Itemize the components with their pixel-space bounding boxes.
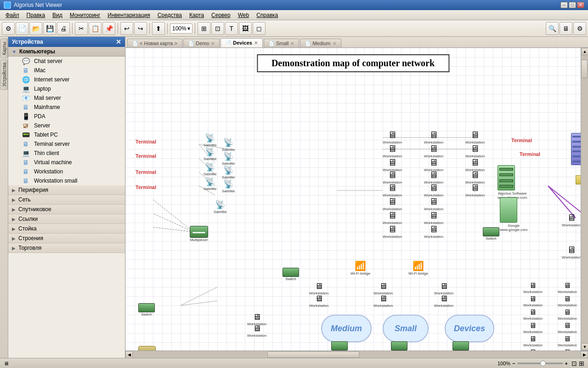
google-server[interactable]: Googlewww.google.com	[500, 197, 527, 232]
scroll-track[interactable]	[581, 55, 588, 343]
tree-category-buildings[interactable]: ▶ Строения	[8, 234, 125, 243]
satellite-4[interactable]: 📡 Satellite	[222, 151, 235, 166]
side-tab-devices[interactable]: Устройства	[0, 59, 8, 90]
rws-14[interactable]: 🖥Workstation	[551, 322, 581, 334]
tab-small[interactable]: 📄 Small ✕	[264, 39, 300, 47]
rws-13[interactable]: 🖥Workstation	[517, 322, 549, 334]
ws-18[interactable]: 🖥 Workstation	[383, 210, 402, 225]
ws-4[interactable]: 🖥 Workstation	[383, 144, 402, 158]
scroll-down-button[interactable]: ▼	[581, 343, 588, 351]
ws-lower-4[interactable]: 🖥 Workstation	[309, 294, 328, 308]
menu-help[interactable]: Справка	[253, 11, 282, 19]
switch-lower-mid[interactable]: Switch	[283, 268, 299, 281]
hscroll-left-button[interactable]: ◀	[125, 351, 133, 358]
cloud-small[interactable]: Small	[383, 315, 429, 342]
minimize-button[interactable]: ─	[560, 2, 568, 8]
satellite-5[interactable]: 📡 Satellite	[204, 162, 216, 176]
netdev-1[interactable]	[576, 175, 581, 184]
tree-category-trade[interactable]: ▶ Торговля	[8, 243, 125, 253]
wifi-bridge-1[interactable]: 📶 Wi-Fi bridge	[351, 260, 370, 276]
toolbar-fit[interactable]: ⊞	[198, 22, 210, 35]
menu-web[interactable]: Web	[234, 11, 253, 19]
zoom-plus-button[interactable]: +	[565, 361, 568, 366]
toolbar-shape[interactable]: ◻	[253, 22, 266, 35]
terminal-node-4[interactable]: Terminal	[136, 184, 156, 190]
sidebar-item-mail-server[interactable]: 📧 Mail server	[8, 93, 125, 103]
side-tab-map[interactable]: Карты	[0, 39, 8, 58]
toolbar-monitor[interactable]: 🖥	[560, 22, 572, 35]
switch-center[interactable]: Switch	[483, 227, 499, 241]
ws-21[interactable]: 🖥 Workstation	[424, 224, 443, 239]
sidebar-item-pda[interactable]: 📱 PDA	[8, 112, 125, 121]
satellite-2[interactable]: 📡 Satellite	[222, 138, 235, 152]
toolbar-config[interactable]: ⚙	[573, 22, 586, 35]
toolbar-cut[interactable]: ✂	[75, 22, 88, 35]
sidebar-item-virtual-machine[interactable]: 🖥 Virtual machine	[8, 158, 125, 167]
terminal-right-1[interactable]: Terminal	[511, 138, 532, 143]
satellite-1[interactable]: 📡 Satellite	[204, 133, 216, 147]
algorius-server[interactable]: Algorius Softwarewww.algorius.com	[498, 165, 527, 200]
switch-devices-1[interactable]: Switch	[452, 341, 469, 351]
satellite-3[interactable]: 📡 Satellite	[204, 147, 216, 161]
menu-inventory[interactable]: Инвентаризация	[104, 11, 153, 19]
sidebar-item-workstation-small[interactable]: 🖥 Workstation small	[8, 176, 125, 185]
cloud-devices[interactable]: Devices	[445, 315, 494, 342]
maximize-button[interactable]: □	[569, 2, 576, 8]
tree-category-satellite[interactable]: ▶ Спутниковое	[8, 205, 125, 214]
rws-9[interactable]: 🖥Workstation	[517, 308, 549, 321]
toolbar-save[interactable]: 💾	[43, 22, 56, 35]
scroll-thumb[interactable]	[581, 60, 588, 78]
cloud-medium[interactable]: Medium	[321, 315, 372, 342]
switch-medium-1[interactable]: Switch	[331, 341, 348, 351]
zoom-slider-thumb[interactable]	[540, 361, 546, 366]
toolbar-print[interactable]: 🖨	[57, 22, 70, 35]
ws-16[interactable]: 🖥 Workstation	[383, 196, 402, 211]
switch-lower-left[interactable]: Switch	[138, 303, 155, 316]
ws-3[interactable]: 🖥 Workstation	[465, 130, 485, 144]
close-button[interactable]: ✕	[577, 2, 584, 8]
rws-10[interactable]: 🖥Workstation	[551, 308, 581, 321]
toolbar-undo[interactable]: ↩	[120, 22, 133, 35]
ws-13[interactable]: 🖥 Workstation	[383, 183, 402, 197]
tab-devices[interactable]: 📄 Devices ✕	[220, 38, 263, 47]
satellite-9[interactable]: 📡 Satellite	[214, 200, 226, 214]
toolbar-settings[interactable]: ⚙	[2, 22, 15, 35]
ws-20[interactable]: 🖥 Workstation	[383, 224, 402, 239]
sidebar-item-tablet[interactable]: 📟 Tablet PC	[8, 130, 125, 139]
ws-5[interactable]: 🖥 Workstation	[424, 144, 443, 158]
hscroll-thumb[interactable]	[267, 351, 359, 358]
toolbar-redo[interactable]: ↪	[134, 22, 147, 35]
ws-2[interactable]: 🖥 Workstation	[424, 130, 443, 144]
ws-17[interactable]: 🖥 Workstation	[424, 196, 443, 211]
tab-medium-close[interactable]: ✕	[333, 41, 336, 46]
ws-lower-5[interactable]: 🖥 Workstation	[373, 294, 393, 308]
tree-category-network[interactable]: ▶ Сеть	[8, 195, 125, 205]
rack-1[interactable]	[571, 133, 581, 165]
switch-small-1[interactable]: Switch	[391, 341, 407, 351]
tab-demo-close[interactable]: ✕	[211, 41, 215, 46]
sidebar-item-internet-server[interactable]: 🌐 Internet server	[8, 75, 125, 84]
satellite-7[interactable]: 📡 Satellite	[204, 177, 216, 191]
sidebar-close-button[interactable]: ✕	[116, 38, 121, 46]
toolbar-zoom-fit[interactable]: ⊡	[211, 22, 224, 35]
satellite-6[interactable]: 📡 Satellite	[222, 165, 235, 179]
zoom-slider[interactable]	[517, 362, 563, 364]
rws-17[interactable]: 🖥Workstation	[517, 335, 549, 347]
menu-file[interactable]: Файл	[2, 11, 23, 19]
terminal-node-2[interactable]: Terminal	[136, 153, 156, 159]
toolbar-paste[interactable]: 📌	[102, 22, 115, 35]
tree-category-periphery[interactable]: ▶ Периферия	[8, 185, 125, 195]
sidebar-item-laptop[interactable]: 💻 Laptop	[8, 84, 125, 93]
menu-monitoring[interactable]: Мониторинг	[66, 11, 104, 19]
toolbar-search[interactable]: 🔍	[546, 22, 559, 35]
ws-lower-6[interactable]: 🖥 Workstation	[434, 294, 453, 308]
zoom-dropdown-icon[interactable]: ▾	[187, 25, 190, 32]
terminal-right-2[interactable]: Terminal	[520, 151, 540, 157]
tab-demo[interactable]: 📄 Demo ✕	[183, 39, 220, 47]
tree-category-rack[interactable]: ▶ Стойка	[8, 224, 125, 234]
satellite-8[interactable]: 📡 Satellite	[222, 179, 235, 193]
tab-small-close[interactable]: ✕	[290, 41, 294, 46]
sidebar-item-imac[interactable]: 🖥 iMac	[8, 66, 125, 75]
terminal-node-3[interactable]: Terminal	[136, 169, 156, 175]
tree-category-links[interactable]: ▶ Ссылки	[8, 214, 125, 224]
